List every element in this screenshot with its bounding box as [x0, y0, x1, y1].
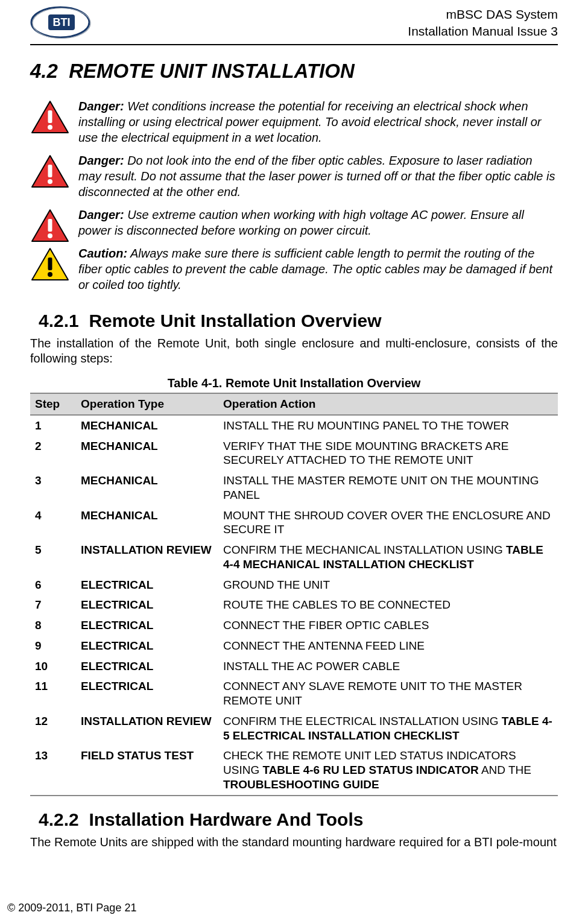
table-caption: Table 4-1. Remote Unit Installation Over…	[30, 376, 558, 390]
page-header: BTI mBSC DAS System Installation Manual …	[30, 6, 558, 45]
cell-action: GROUND THE UNIT	[218, 575, 558, 595]
subsection2-intro: The Remote Units are shipped with the st…	[30, 835, 558, 850]
action-pre: CONNECT THE FIBER OPTIC CABLES	[223, 619, 429, 632]
warning-text: Caution: Always make sure there is suffi…	[78, 245, 558, 297]
svg-point-12	[48, 233, 52, 238]
table-row: 6ELECTRICALGROUND THE UNIT	[30, 575, 558, 595]
cell-type: ELECTRICAL	[76, 615, 218, 636]
action-pre: CONNECT THE ANTENNA FEED LINE	[223, 639, 425, 652]
action-pre: CONNECT ANY SLAVE REMOTE UNIT TO THE MAS…	[223, 680, 522, 707]
table-row: 3MECHANICALINSTALL THE MASTER REMOTE UNI…	[30, 470, 558, 505]
svg-text:BTI: BTI	[53, 16, 71, 28]
table-row: 9ELECTRICALCONNECT THE ANTENNA FEED LINE	[30, 636, 558, 656]
svg-point-6	[48, 125, 52, 130]
warning-body: Do not look into the end of the fiber op…	[78, 154, 555, 198]
action-pre: CONFIRM THE MECHANICAL INSTALLATION USIN…	[223, 543, 506, 556]
warning-label: Danger:	[78, 100, 124, 113]
section-name: REMOTE UNIT INSTALLATION	[69, 60, 355, 82]
cell-action: VERIFY THAT THE SIDE MOUNTING BRACKETS A…	[218, 436, 558, 471]
subsection-number-1: 4.2.1	[39, 311, 79, 331]
action-pre: GROUND THE UNIT	[223, 578, 330, 591]
svg-point-15	[48, 272, 52, 277]
table-row: 5INSTALLATION REVIEWCONFIRM THE MECHANIC…	[30, 540, 558, 575]
action-pre: INSTALL THE MASTER REMOTE UNIT ON THE MO…	[223, 474, 539, 501]
footer: © 2009-2011, BTI Page 21	[7, 902, 136, 914]
cell-action: CONNECT THE ANTENNA FEED LINE	[218, 636, 558, 656]
action-strong2: TROUBLESHOOTING GUIDE	[223, 778, 379, 791]
cell-action: CONNECT ANY SLAVE REMOTE UNIT TO THE MAS…	[218, 676, 558, 711]
caution-icon	[30, 245, 78, 282]
cell-type: INSTALLATION REVIEW	[76, 540, 218, 575]
cell-step: 2	[30, 436, 76, 471]
subsection-title-2: 4.2.2 Installation Hardware And Tools	[39, 809, 558, 830]
warning-body: Use extreme caution when working with hi…	[78, 208, 524, 237]
section-number: 4.2	[30, 60, 58, 82]
header-text: mBSC DAS System Installation Manual Issu…	[408, 6, 558, 40]
bti-logo-icon: BTI	[30, 6, 96, 39]
action-pre: CONFIRM THE ELECTRICAL INSTALLATION USIN…	[223, 715, 502, 727]
cell-step: 13	[30, 745, 76, 795]
action-pre: ROUTE THE CABLES TO BE CONNECTED	[223, 598, 450, 611]
subsection-name-2: Installation Hardware And Tools	[89, 809, 363, 829]
cell-action: INSTALL THE AC POWER CABLE	[218, 656, 558, 677]
svg-rect-5	[48, 110, 52, 123]
warning-text: Danger: Use extreme caution when working…	[78, 207, 558, 243]
overview-table: Step Operation Type Operation Action 1ME…	[30, 393, 558, 796]
warning-label: Danger:	[78, 154, 124, 167]
cell-step: 7	[30, 595, 76, 615]
subsection1-intro: The installation of the Remote Unit, bot…	[30, 336, 558, 367]
cell-step: 9	[30, 636, 76, 656]
cell-action: CONFIRM THE MECHANICAL INSTALLATION USIN…	[218, 540, 558, 575]
action-strong: TABLE 4-6 RU LED STATUS INDICATOR	[262, 764, 478, 776]
warning-row: Caution: Always make sure there is suffi…	[30, 245, 558, 297]
cell-type: ELECTRICAL	[76, 656, 218, 677]
subsection-number-2: 4.2.2	[39, 809, 79, 829]
warning-label: Caution:	[78, 247, 127, 260]
svg-rect-14	[48, 258, 52, 270]
warnings-block: Danger: Wet conditions increase the pote…	[30, 98, 558, 297]
table-row: 2MECHANICALVERIFY THAT THE SIDE MOUNTING…	[30, 436, 558, 471]
cell-type: ELECTRICAL	[76, 575, 218, 595]
section-title: 4.2 REMOTE UNIT INSTALLATION	[30, 60, 558, 83]
cell-step: 11	[30, 676, 76, 711]
cell-action: INSTALL THE RU MOUNTING PANEL TO THE TOW…	[218, 415, 558, 436]
cell-step: 8	[30, 615, 76, 636]
cell-action: CHECK THE REMOTE UNIT LED STATUS INDICAT…	[218, 745, 558, 795]
table-row: 1MECHANICALINSTALL THE RU MOUNTING PANEL…	[30, 415, 558, 436]
cell-step: 12	[30, 711, 76, 746]
warning-row: Danger: Wet conditions increase the pote…	[30, 98, 558, 150]
cell-step: 6	[30, 575, 76, 595]
cell-step: 3	[30, 470, 76, 505]
svg-rect-8	[48, 165, 52, 177]
danger-icon	[30, 98, 78, 135]
header-product: mBSC DAS System	[408, 6, 558, 23]
cell-step: 4	[30, 505, 76, 540]
logo: BTI	[30, 6, 96, 39]
cell-type: MECHANICAL	[76, 505, 218, 540]
th-step: Step	[30, 393, 76, 415]
action-pre: MOUNT THE SHROUD COVER OVER THE ENCLOSUR…	[223, 509, 551, 536]
cell-action: CONFIRM THE ELECTRICAL INSTALLATION USIN…	[218, 711, 558, 746]
cell-type: INSTALLATION REVIEW	[76, 711, 218, 746]
action-pre: VERIFY THAT THE SIDE MOUNTING BRACKETS A…	[223, 440, 508, 467]
header-doc: Installation Manual Issue 3	[408, 23, 558, 40]
cell-step: 5	[30, 540, 76, 575]
cell-step: 1	[30, 415, 76, 436]
table-row: 10ELECTRICALINSTALL THE AC POWER CABLE	[30, 656, 558, 677]
cell-action: ROUTE THE CABLES TO BE CONNECTED	[218, 595, 558, 615]
danger-icon	[30, 207, 78, 243]
cell-type: MECHANICAL	[76, 415, 218, 436]
warning-label: Danger:	[78, 208, 124, 221]
table-row: 13FIELD STATUS TESTCHECK THE REMOTE UNIT…	[30, 745, 558, 795]
cell-action: MOUNT THE SHROUD COVER OVER THE ENCLOSUR…	[218, 505, 558, 540]
cell-type: MECHANICAL	[76, 436, 218, 471]
cell-step: 10	[30, 656, 76, 677]
cell-type: ELECTRICAL	[76, 595, 218, 615]
danger-icon	[30, 153, 78, 189]
table-header-row: Step Operation Type Operation Action	[30, 393, 558, 415]
svg-point-9	[48, 179, 52, 184]
warning-text: Danger: Do not look into the end of the …	[78, 153, 558, 204]
warning-row: Danger: Do not look into the end of the …	[30, 153, 558, 204]
table-row: 11ELECTRICALCONNECT ANY SLAVE REMOTE UNI…	[30, 676, 558, 711]
th-type: Operation Type	[76, 393, 218, 415]
